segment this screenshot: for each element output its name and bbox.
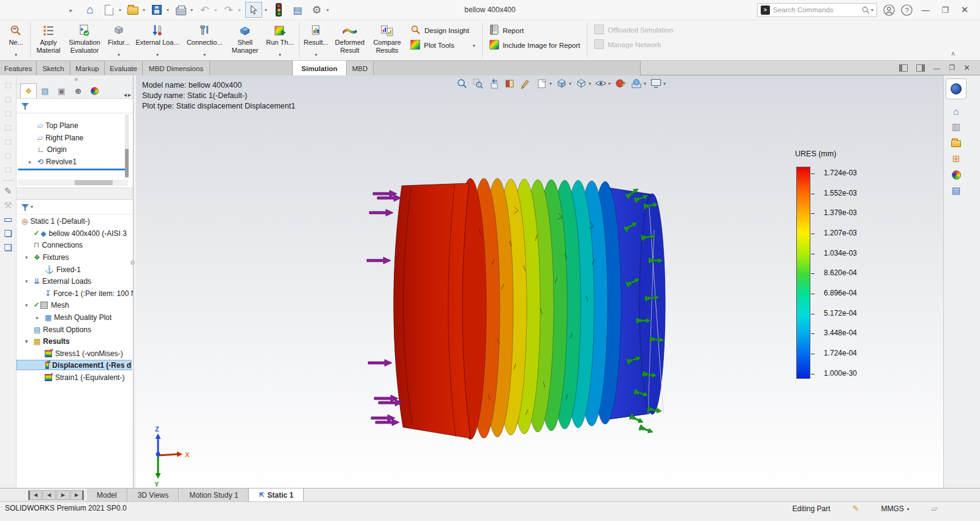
print-dropdown-icon[interactable]: ▾ xyxy=(190,7,193,13)
new-document-icon[interactable] xyxy=(102,2,116,17)
minimize-button[interactable]: — xyxy=(919,6,932,15)
study-filter-bar[interactable]: ▾ xyxy=(17,200,133,215)
search-commands-box[interactable]: > ▾ xyxy=(757,3,877,17)
view-cube-icon-5[interactable]: □ xyxy=(5,137,10,146)
report-button[interactable]: Report xyxy=(489,25,581,36)
panel-handle[interactable] xyxy=(17,75,133,83)
search-dropdown-icon[interactable]: ▾ xyxy=(871,7,873,13)
screen-capture-icon[interactable]: ▭ xyxy=(4,215,12,224)
rebuild-traffic-light-icon[interactable] xyxy=(271,2,286,17)
tab-static-1[interactable]: ⇱Static 1 xyxy=(249,489,304,501)
doc-minimize-icon[interactable]: — xyxy=(933,64,940,72)
open-dropdown-icon[interactable]: ▾ xyxy=(143,7,145,13)
tag-icon[interactable]: ▱ xyxy=(932,504,937,513)
doc-restore-icon[interactable]: ❐ xyxy=(949,64,955,72)
tree-item-mesh[interactable]: ▾ ✓Mesh xyxy=(17,300,133,310)
dimxpertmanager-tab[interactable]: ⊕ xyxy=(70,83,86,98)
tree-item-force1[interactable]: ↧Force-1 (:Per item: 100 N xyxy=(17,288,133,299)
tree-item-part[interactable]: ✓◆bellow 400x400 (-AISI 3 xyxy=(17,228,133,238)
open-document-icon[interactable] xyxy=(126,2,140,17)
custom-properties-icon[interactable]: ▤ xyxy=(946,183,967,198)
copy-view-icon-1[interactable]: ❏ xyxy=(4,229,12,238)
tree-item-displacement1[interactable]: uDisplacement1 (-Res d xyxy=(17,360,132,370)
collapse-caret-icon[interactable]: ▾ xyxy=(25,338,28,344)
include-image-button[interactable]: Include Image for Report xyxy=(489,40,581,51)
ribbon-collapse-icon[interactable]: ∧ xyxy=(951,50,956,58)
file-properties-icon[interactable]: ▤ xyxy=(290,2,305,17)
tab-mbd[interactable]: MBD xyxy=(347,61,374,75)
view-cube-icon-2[interactable]: □ xyxy=(5,94,10,104)
new-study-button[interactable]: Ne...▾ xyxy=(4,21,28,59)
sketch-tool-icon[interactable]: ✎ xyxy=(4,186,12,196)
tree-item-stress1[interactable]: σStress1 (-vonMises-) xyxy=(17,348,133,359)
save-dropdown-icon[interactable]: ▾ xyxy=(167,7,169,13)
tree-item-mesh-quality[interactable]: ▸ ▦Mesh Quality Plot xyxy=(17,312,133,322)
featuremanager-tab[interactable]: ❖ xyxy=(20,83,37,98)
units-dropdown-icon[interactable]: ▴ xyxy=(907,506,910,511)
tree-item-revolve1[interactable]: ▸ ⟲Revolve1 xyxy=(17,156,133,167)
tree-item-right-plane[interactable]: ▱Right Plane xyxy=(17,132,133,143)
tab-mbd-dimensions[interactable]: MBD Dimensions xyxy=(143,61,210,75)
plot-tools-button[interactable]: Plot Tools ▾ xyxy=(410,40,475,51)
toolbar-expand-icon[interactable]: ▸ xyxy=(64,2,78,17)
tab-evaluate[interactable]: Evaluate xyxy=(105,61,143,75)
help-icon[interactable]: ? xyxy=(901,4,913,16)
external-loads-advisor-button[interactable]: External Loa...▾ xyxy=(133,21,182,59)
fm-tab-scroll-left-icon[interactable]: ◂ xyxy=(124,91,127,98)
rollback-bar[interactable] xyxy=(18,169,127,170)
close-button[interactable]: ✕ xyxy=(958,4,971,15)
view-cube-icon-4[interactable]: □ xyxy=(5,123,10,132)
tab-features[interactable]: Features xyxy=(0,61,37,75)
expand-caret-icon[interactable]: ▸ xyxy=(36,314,39,321)
home-tab-icon[interactable]: ⌂ xyxy=(946,104,967,118)
tree-item-strain1[interactable]: εStrain1 (-Equivalent-) xyxy=(17,372,133,382)
results-advisor-button[interactable]: Result...▾ xyxy=(301,21,331,59)
doc-close-icon[interactable]: ✕ xyxy=(963,63,970,72)
shell-manager-button[interactable]: Shell Manager xyxy=(227,21,263,59)
pane-left-icon[interactable] xyxy=(899,64,908,72)
view-cube-icon-7[interactable]: □ xyxy=(5,165,10,175)
tree-item-origin[interactable]: ∟Origin xyxy=(17,144,133,154)
tree-item-result-options[interactable]: ▤Result Options xyxy=(17,324,133,335)
units-selector[interactable]: MMGS▴ xyxy=(881,504,909,513)
new-dropdown-icon[interactable]: ▾ xyxy=(119,7,121,13)
expand-caret-icon[interactable]: ▸ xyxy=(29,159,32,165)
3d-content-central-button[interactable] xyxy=(946,78,967,99)
tree-item-static-study[interactable]: ◎Static 1 (-Default-) xyxy=(17,216,133,226)
view-cube-icon-1[interactable]: □ xyxy=(5,80,10,90)
user-account-icon[interactable] xyxy=(883,4,895,16)
panel-splitter[interactable] xyxy=(17,188,133,200)
options-gear-icon[interactable]: ⚙ xyxy=(309,2,324,17)
view-cube-icon-6[interactable]: □ xyxy=(5,151,10,161)
select-dropdown-icon[interactable]: ▾ xyxy=(265,7,267,13)
copy-view-icon-2[interactable]: ❏ xyxy=(4,243,12,253)
tree-item-fixed1[interactable]: ⚓Fixed-1 xyxy=(17,264,133,275)
deformed-result-button[interactable]: Deformed Result xyxy=(331,21,369,59)
panel-resize-handle[interactable] xyxy=(130,260,135,265)
compare-results-button[interactable]: Compare Results xyxy=(369,21,405,59)
tree-item-results[interactable]: ▾ ▤Results xyxy=(17,336,133,346)
simulation-evaluator-button[interactable]: Simulation Evaluator xyxy=(64,21,105,59)
prev-tab-icon[interactable]: ◀ xyxy=(42,490,56,500)
collapse-caret-icon[interactable]: ▾ xyxy=(25,278,28,284)
options-dropdown-icon[interactable]: ▾ xyxy=(326,7,329,13)
restore-button[interactable]: ❐ xyxy=(938,6,952,15)
connections-advisor-button[interactable]: Connectio...▾ xyxy=(182,21,227,59)
tree-filter-bar[interactable] xyxy=(17,99,133,113)
view-palette-icon[interactable]: ⊞ xyxy=(946,151,967,166)
tab-sketch[interactable]: Sketch xyxy=(37,61,70,75)
first-tab-icon[interactable]: ◀ xyxy=(28,490,42,500)
appearances-icon[interactable] xyxy=(946,167,967,182)
view-cube-icon-3[interactable]: □ xyxy=(5,108,10,118)
tab-simulation[interactable]: Simulation xyxy=(293,61,347,75)
tree-horizontal-scrollbar[interactable] xyxy=(18,180,128,186)
design-insight-button[interactable]: Design Insight xyxy=(410,25,475,36)
search-input[interactable] xyxy=(773,6,859,13)
tree-item-fixtures[interactable]: ▾ ❖Fixtures xyxy=(17,252,133,262)
fixtures-advisor-button[interactable]: Fixtur...▾ xyxy=(105,21,133,59)
graphics-viewport[interactable]: Model name: bellow 400x400 Study name: S… xyxy=(136,75,943,488)
tab-3d-views[interactable]: 3D Views xyxy=(127,489,179,501)
propertymanager-tab[interactable]: ▤ xyxy=(37,83,53,98)
displaymanager-tab[interactable] xyxy=(86,83,103,98)
tree-vertical-scrollbar[interactable] xyxy=(125,115,129,178)
